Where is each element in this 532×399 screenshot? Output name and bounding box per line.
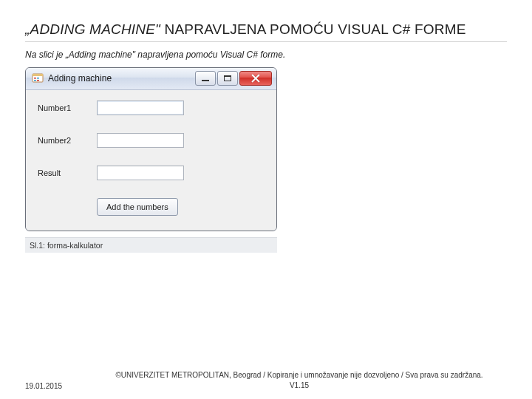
slide-title: „ADDING MACHINE" NAPRAVLJENA POMOĆU VISU… (25, 21, 507, 38)
label-number2: Number2 (38, 136, 97, 145)
maximize-button[interactable] (217, 71, 238, 86)
label-result: Result (38, 168, 97, 177)
window-title: Adding machine (48, 73, 195, 83)
footer-copyright: ©UNIVERZITET METROPOLITAN, Beograd / Kop… (115, 371, 482, 379)
slide-subtitle: Na slici je „Adding machine" napravljena… (25, 50, 507, 60)
minimize-icon (202, 80, 209, 81)
footer-date: 19.01.2015 (25, 382, 92, 390)
svg-rect-5 (37, 80, 39, 81)
minimize-button[interactable] (195, 71, 216, 86)
slide-title-rest: NAPRAVLJENA POMOĆU VISUAL C# FORME (160, 21, 466, 37)
label-number1: Number1 (38, 103, 97, 112)
window-titlebar[interactable]: Adding machine (26, 68, 276, 90)
app-window: Adding machine Number1 Number2 Result Ad… (25, 67, 277, 231)
figure-caption: Sl.1: forma-kalkulator (25, 237, 277, 253)
slide-title-em: „ADDING MACHINE" (25, 21, 160, 37)
input-number1[interactable] (97, 100, 184, 115)
add-numbers-button[interactable]: Add the numbers (97, 198, 178, 216)
close-button[interactable] (239, 71, 272, 86)
app-icon (32, 72, 44, 84)
svg-rect-2 (34, 78, 36, 79)
maximize-icon (224, 75, 231, 81)
slide-footer: 19.01.2015 ©UNIVERZITET METROPOLITAN, Be… (0, 370, 532, 390)
close-icon (251, 74, 260, 83)
input-result[interactable] (97, 166, 184, 180)
svg-rect-1 (33, 74, 43, 76)
svg-rect-4 (34, 80, 36, 81)
input-number2[interactable] (97, 133, 184, 148)
window-client-area: Number1 Number2 Result Add the numbers (26, 90, 276, 231)
footer-version: V1.15 (290, 381, 309, 389)
svg-rect-3 (37, 78, 39, 79)
